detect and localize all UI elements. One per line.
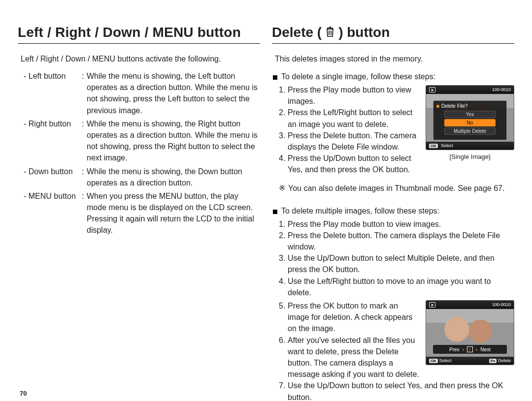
image-counter: 100-0010 — [492, 302, 511, 308]
camera-lcd-multi: 100-0010 Prev ‹ › Next OK Select Fn Dele… — [426, 300, 514, 365]
option-no: No — [444, 119, 496, 126]
def-right-button: - Right button : While the menu is showi… — [24, 118, 260, 164]
single-delete-bullet: To delete a single image, follow these s… — [273, 72, 514, 81]
square-bullet-icon — [273, 75, 277, 80]
def-down-button: - Down button : While the menu is showin… — [24, 166, 260, 188]
image-counter: 100-0010 — [492, 87, 511, 93]
reference-mark-icon: ※ — [279, 183, 285, 194]
multi-delete-steps: 1.Press the Play mode button to view ima… — [279, 218, 514, 298]
chevron-right-icon: › — [476, 347, 477, 352]
thumbnail-note: ※ You can also delete images in Thumbnai… — [279, 183, 514, 194]
left-lead: Left / Right / Down / MENU buttons activ… — [21, 55, 260, 63]
chevron-left-icon: ‹ — [463, 347, 464, 352]
square-bullet-icon — [273, 210, 277, 214]
left-heading: Left / Right / Down / MENU button — [18, 25, 260, 44]
figure-multi-image: 100-0010 Prev ‹ › Next OK Select Fn Dele… — [426, 300, 514, 365]
photo-thumbnail — [426, 301, 514, 365]
def-menu-button: - MENU button : When you press the MENU … — [24, 190, 260, 236]
play-mode-icon — [429, 302, 435, 308]
option-multiple-delete: Multiple Delete — [444, 127, 496, 135]
play-mode-icon — [429, 87, 435, 93]
right-lead: This deletes images stored in the memory… — [275, 55, 514, 63]
figure-single-image: 100-0010 Delete File? Yes No Multiple De… — [426, 85, 514, 160]
page-number: 70 — [20, 390, 27, 397]
option-yes: Yes — [444, 111, 496, 118]
fn-keycap: Fn — [489, 359, 497, 363]
right-heading: Delete ( ) button — [272, 25, 514, 44]
trash-icon — [325, 25, 335, 39]
camera-lcd-single: 100-0010 Delete File? Yes No Multiple De… — [426, 85, 514, 150]
checkbox-icon — [467, 346, 473, 352]
figure-caption-single: [Single Image] — [426, 153, 514, 160]
button-definitions: - Left button : While the menu is showin… — [24, 70, 260, 236]
ok-keycap: OK — [429, 144, 438, 148]
prev-next-bar: Prev ‹ › Next — [433, 345, 507, 354]
right-column: Delete ( ) button This deletes images st… — [272, 25, 514, 401]
ok-keycap: OK — [429, 359, 438, 363]
def-left-button: - Left button : While the menu is showin… — [24, 70, 260, 116]
delete-file-dialog: Delete File? Yes No Multiple Delete — [433, 100, 507, 140]
multi-delete-bullet: To delete multiple images, follow these … — [273, 207, 514, 216]
left-column: Left / Right / Down / MENU button Left /… — [18, 25, 260, 401]
